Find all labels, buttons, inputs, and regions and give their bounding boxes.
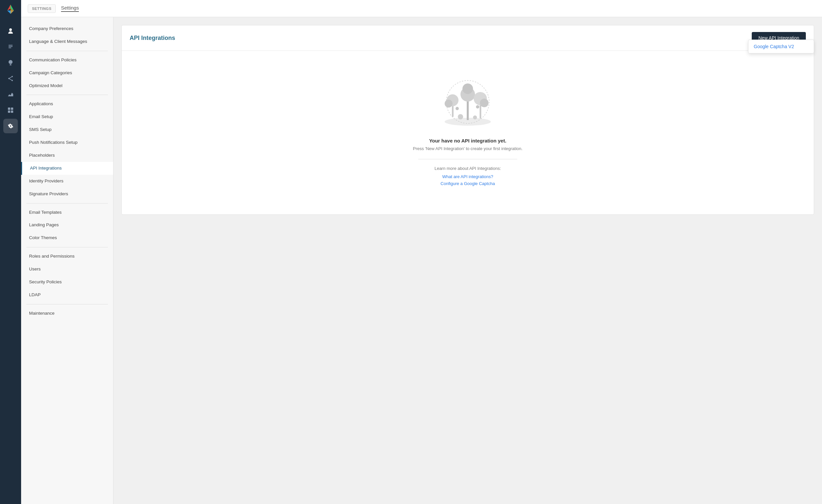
sidebar-item-communication-policies[interactable]: Communication Policies	[21, 54, 113, 67]
top-bar: SETTINGS Settings	[21, 0, 822, 17]
sidebar-item-optimized-model[interactable]: Optimized Model	[21, 79, 113, 92]
link-configure-google-captcha[interactable]: Configure a Google Captcha	[441, 181, 495, 186]
sidebar-item-roles-and-permissions[interactable]: Roles and Permissions	[21, 250, 113, 263]
sidebar-item-email-templates[interactable]: Email Templates	[21, 206, 113, 219]
dropdown-item-google-captcha-v2[interactable]: Google Captcha V2	[749, 40, 814, 53]
sidebar-divider-3	[26, 203, 108, 203]
nav-contacts-icon[interactable]	[3, 40, 18, 54]
svg-rect-18	[480, 104, 481, 118]
sidebar-item-push-notifications-setup[interactable]: Push Notifications Setup	[21, 136, 113, 149]
settings-breadcrumb-btn[interactable]: SETTINGS	[28, 4, 56, 13]
page-breadcrumb-title: Settings	[61, 5, 79, 12]
sidebar-divider-1	[26, 51, 108, 51]
empty-state: Your have no API integration yet. Press …	[122, 51, 814, 214]
sidebar-divider-5	[26, 304, 108, 305]
svg-line-4	[9, 76, 12, 78]
sidebar-item-signature-providers[interactable]: Signature Providers	[21, 188, 113, 200]
page-content: API Integrations New API Integration	[113, 17, 822, 504]
empty-state-subtitle: Press 'New API Integration' to create yo…	[413, 146, 522, 151]
svg-point-14	[445, 100, 453, 107]
nav-settings-icon[interactable]	[3, 119, 18, 133]
sidebar-item-placeholders[interactable]: Placeholders	[21, 149, 113, 162]
tree-illustration	[435, 71, 501, 130]
svg-point-23	[455, 107, 459, 110]
sidebar-item-campaign-categories[interactable]: Campaign Categories	[21, 67, 113, 79]
sidebar-item-security-policies[interactable]: Security Policies	[21, 276, 113, 289]
link-what-are-api-integrations[interactable]: What are API integrations?	[442, 174, 493, 179]
svg-rect-8	[8, 110, 10, 113]
sidebar-item-api-integrations[interactable]: API Integrations	[21, 162, 113, 175]
settings-sidebar: Company Preferences Language & Client Me…	[21, 17, 113, 504]
svg-line-5	[9, 78, 12, 80]
svg-rect-7	[11, 107, 13, 110]
sidebar-divider-2	[26, 95, 108, 95]
card-title: API Integrations	[130, 35, 175, 42]
empty-state-title: Your have no API integration yet.	[429, 138, 506, 143]
sidebar-item-identity-providers[interactable]: Identity Providers	[21, 175, 113, 188]
card-header: API Integrations New API Integration	[122, 25, 814, 51]
svg-point-17	[462, 83, 473, 94]
svg-rect-9	[11, 110, 13, 113]
sidebar-divider-4	[26, 247, 108, 247]
sidebar-item-color-themes[interactable]: Color Themes	[21, 231, 113, 244]
svg-rect-6	[8, 107, 10, 110]
api-integrations-card: API Integrations New API Integration	[121, 25, 814, 215]
nav-campaigns-icon[interactable]	[3, 55, 18, 70]
sidebar-item-company-preferences[interactable]: Company Preferences	[21, 22, 113, 35]
main-area: SETTINGS Settings Company Preferences La…	[21, 0, 822, 504]
svg-rect-15	[467, 100, 469, 120]
sidebar-item-email-setup[interactable]: Email Setup	[21, 110, 113, 123]
nav-analytics-icon[interactable]	[3, 87, 18, 102]
app-logo[interactable]	[5, 4, 16, 17]
svg-point-24	[476, 105, 479, 108]
sidebar-item-landing-pages[interactable]: Landing Pages	[21, 219, 113, 231]
sidebar-item-users[interactable]: Users	[21, 263, 113, 276]
sidebar-item-ldap[interactable]: LDAP	[21, 289, 113, 302]
new-api-dropdown-menu: Google Captcha V2	[748, 40, 814, 53]
svg-rect-12	[452, 105, 454, 117]
nav-users-icon[interactable]	[3, 24, 18, 38]
content-area: Company Preferences Language & Client Me…	[21, 17, 822, 504]
svg-point-20	[480, 99, 488, 107]
icon-bar	[0, 0, 21, 504]
sidebar-item-applications[interactable]: Applications	[21, 98, 113, 110]
sidebar-item-sms-setup[interactable]: SMS Setup	[21, 123, 113, 136]
sidebar-item-maintenance[interactable]: Maintenance	[21, 307, 113, 320]
sidebar-item-language-client-messages[interactable]: Language & Client Messages	[21, 35, 113, 48]
learn-more-label: Learn more about API Integrations:	[434, 166, 501, 171]
nav-share-icon[interactable]	[3, 71, 18, 86]
nav-dashboard-icon[interactable]	[3, 103, 18, 117]
svg-point-22	[473, 115, 477, 119]
empty-state-divider	[418, 159, 517, 159]
svg-point-21	[458, 114, 463, 119]
